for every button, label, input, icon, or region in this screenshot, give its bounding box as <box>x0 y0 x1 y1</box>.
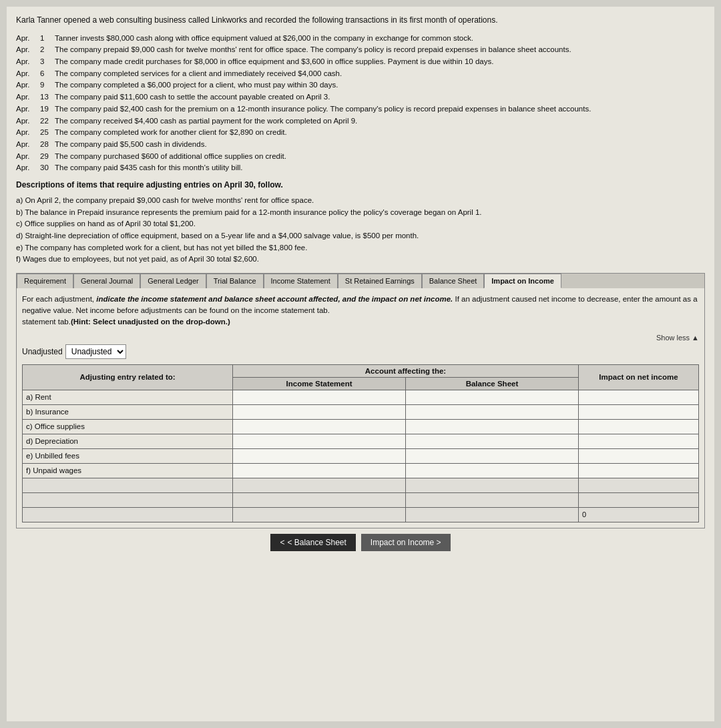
col-header-income: Income Statement <box>233 377 406 390</box>
impact-cell[interactable] <box>578 448 698 463</box>
income-cell[interactable] <box>233 434 406 448</box>
instruction-hint: (Hint: Select unadjusted on the drop-dow… <box>71 318 230 326</box>
adjusting-label: d) Depreciation <box>23 434 233 448</box>
transaction-month: Apr. <box>16 68 37 79</box>
bottom-nav: < < Balance Sheet Impact on Income > <box>16 534 705 551</box>
instruction-text: For each adjustment, indicate the income… <box>22 294 699 328</box>
transaction-month: Apr. <box>16 33 37 44</box>
tab-impact-on-income[interactable]: Impact on Income <box>484 274 561 288</box>
col-header-impact: Impact on net income <box>578 364 698 390</box>
transaction-day: 9 <box>40 79 52 91</box>
transaction-text: The company completed services for a cli… <box>55 68 705 79</box>
transaction-day: 2 <box>40 44 52 55</box>
transaction-row: Apr. 19 The company paid $2,400 cash for… <box>16 103 705 115</box>
tab-panel: For each adjustment, indicate the income… <box>16 288 705 528</box>
income-cell[interactable] <box>233 463 406 478</box>
description-item: d) Straight-line depreciation of office … <box>16 230 705 242</box>
tab-general-ledger[interactable]: General Ledger <box>140 274 206 288</box>
table-header-row-1: Adjusting entry related to: Account affe… <box>23 364 699 377</box>
balance-cell[interactable] <box>406 419 579 434</box>
transaction-month: Apr. <box>16 162 37 173</box>
transaction-month: Apr. <box>16 103 37 115</box>
dropdown-label: Unadjusted <box>22 347 63 356</box>
impact-cell[interactable] <box>578 434 698 448</box>
tab-st-retained-earnings[interactable]: St Retained Earnings <box>338 274 422 288</box>
impact-cell[interactable] <box>578 390 698 404</box>
balance-cell[interactable] <box>406 390 579 404</box>
transaction-day: 28 <box>40 139 52 150</box>
transaction-day: 29 <box>40 151 52 162</box>
empty-balance <box>406 492 579 507</box>
empty-income <box>233 507 406 522</box>
income-cell[interactable] <box>233 404 406 419</box>
dropdown-row: Unadjusted Unadjusted Adjusted <box>22 344 699 359</box>
balance-cell[interactable] <box>406 448 579 463</box>
show-less[interactable]: Show less ▲ <box>22 334 699 342</box>
transaction-row: Apr. 25 The company completed work for a… <box>16 127 705 138</box>
empty-row <box>23 478 699 492</box>
transaction-day: 3 <box>40 56 52 67</box>
transaction-row: Apr. 28 The company paid $5,500 cash in … <box>16 139 705 150</box>
impact-cell[interactable] <box>578 463 698 478</box>
transaction-row: Apr. 1 Tanner invests $80,000 cash along… <box>16 33 705 44</box>
transaction-text: The company prepaid $9,000 cash for twel… <box>55 44 705 55</box>
dropdown-select[interactable]: Unadjusted Adjusted <box>65 344 126 359</box>
empty-impact <box>578 492 698 507</box>
transaction-day: 19 <box>40 103 52 115</box>
tab-income-statement[interactable]: Income Statement <box>264 274 338 288</box>
transaction-row: Apr. 13 The company paid $11,600 cash to… <box>16 91 705 103</box>
next-button[interactable]: Impact on Income > <box>361 534 451 551</box>
empty-row <box>23 492 699 507</box>
adjusting-label: c) Office supplies <box>23 419 233 434</box>
prev-button[interactable]: < < Balance Sheet <box>270 534 355 551</box>
intro-text: Karla Tanner opened a web consulting bus… <box>16 15 498 25</box>
empty-label <box>23 507 233 522</box>
balance-cell[interactable] <box>406 434 579 448</box>
empty-income <box>233 492 406 507</box>
descriptions-section: a) On April 2, the company prepaid $9,00… <box>16 195 705 265</box>
table-row: b) Insurance <box>23 404 699 419</box>
income-cell[interactable] <box>233 419 406 434</box>
balance-cell[interactable] <box>406 463 579 478</box>
empty-income <box>233 478 406 492</box>
data-table: Adjusting entry related to: Account affe… <box>22 364 699 522</box>
table-row: f) Unpaid wages <box>23 463 699 478</box>
transaction-text: The company received $4,400 cash as part… <box>55 115 705 127</box>
transaction-row: Apr. 9 The company completed a $6,000 pr… <box>16 79 705 91</box>
empty-label <box>23 478 233 492</box>
tab-balance-sheet[interactable]: Balance Sheet <box>422 274 485 288</box>
empty-impact <box>578 478 698 492</box>
transaction-month: Apr. <box>16 115 37 127</box>
prev-icon: < <box>280 538 284 547</box>
col-header-balance: Balance Sheet <box>406 377 579 390</box>
tab-trial-balance[interactable]: Trial Balance <box>206 274 264 288</box>
transaction-text: The company paid $11,600 cash to settle … <box>55 91 705 103</box>
tab-general-journal[interactable]: General Journal <box>73 274 140 288</box>
transaction-month: Apr. <box>16 151 37 162</box>
balance-cell[interactable] <box>406 404 579 419</box>
transaction-text: The company completed a $6,000 project f… <box>55 79 705 91</box>
adjusting-label: e) Unbilled fees <box>23 448 233 463</box>
adjusting-label: a) Rent <box>23 390 233 404</box>
transaction-day: 25 <box>40 127 52 138</box>
impact-cell[interactable] <box>578 404 698 419</box>
transaction-text: The company purchased $600 of additional… <box>55 151 705 162</box>
transaction-text: Tanner invests $80,000 cash along with o… <box>55 33 705 44</box>
empty-label <box>23 492 233 507</box>
intro-paragraph: Karla Tanner opened a web consulting bus… <box>16 15 705 26</box>
col-header-adjusting: Adjusting entry related to: <box>23 364 233 390</box>
income-cell[interactable] <box>233 390 406 404</box>
table-row: c) Office supplies <box>23 419 699 434</box>
impact-cell[interactable] <box>578 419 698 434</box>
transaction-text: The company completed work for another c… <box>55 127 705 138</box>
adjusting-label: b) Insurance <box>23 404 233 419</box>
transaction-row: Apr. 3 The company made credit purchases… <box>16 56 705 67</box>
tab-requirement[interactable]: Requirement <box>17 274 73 288</box>
transaction-row: Apr. 22 The company received $4,400 cash… <box>16 115 705 127</box>
instruction-emphasis: indicate the income statement and balanc… <box>96 295 453 303</box>
description-item: c) Office supplies on hand as of April 3… <box>16 218 705 230</box>
transaction-day: 6 <box>40 68 52 79</box>
income-cell[interactable] <box>233 448 406 463</box>
table-row: d) Depreciation <box>23 434 699 448</box>
transaction-row: Apr. 29 The company purchased $600 of ad… <box>16 151 705 162</box>
